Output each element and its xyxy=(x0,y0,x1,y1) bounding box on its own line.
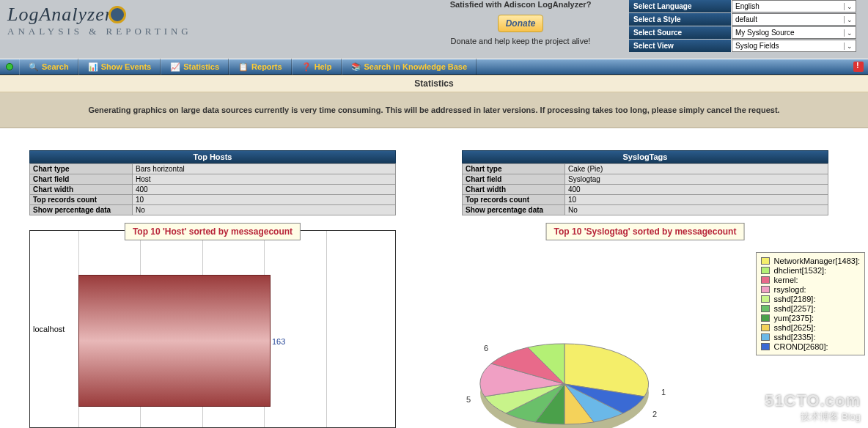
pie-label: 6 xyxy=(484,344,488,353)
table-row: Chart typeCake (Pie) xyxy=(463,164,828,174)
chevron-down-icon: ⌄ xyxy=(844,16,853,23)
pie-svg xyxy=(462,318,667,428)
donate-question: Satisfied with Adiscon LogAnalyzer? xyxy=(411,0,630,9)
legend-item: rsyslogd: xyxy=(761,285,860,294)
table-row: Chart typeBars horizontal xyxy=(30,164,396,174)
table-row: Chart width400 xyxy=(463,185,828,195)
select-view-label: Select View xyxy=(629,40,732,52)
bar-value-label: 163 xyxy=(272,337,285,346)
logo-area: LogAnalyzer ANALYSIS & REPORTING xyxy=(0,0,411,59)
legend-swatch xyxy=(761,305,770,312)
legend-item: yum[2375]: xyxy=(761,314,860,322)
table-row: Chart width400 xyxy=(30,185,396,195)
legend-item: sshd[2335]: xyxy=(761,333,860,342)
legend-swatch xyxy=(761,324,770,331)
events-icon: 📊 xyxy=(88,62,98,72)
legend-item: CROND[2680]: xyxy=(761,342,860,351)
logo-text: LogAnalyzer xyxy=(7,4,403,26)
menu-show-events[interactable]: 📊Show Events xyxy=(78,59,161,75)
menu-kb-search[interactable]: 📚Search in Knowledge Base xyxy=(342,59,477,75)
select-style[interactable]: default⌄ xyxy=(732,13,856,26)
legend-item: sshd[2625]: xyxy=(761,323,860,332)
table-row: Chart fieldSyslogtag xyxy=(463,174,828,185)
panel-top-hosts: Top Hosts Chart typeBars horizontal Char… xyxy=(29,150,396,428)
legend-item: sshd[2189]: xyxy=(761,295,860,303)
bar-category-label: localhost xyxy=(33,325,65,333)
logo-subtitle: ANALYSIS & REPORTING xyxy=(7,26,403,37)
menu-search[interactable]: 🔍Search xyxy=(19,59,78,75)
select-style-label: Select a Style xyxy=(629,13,732,26)
statistics-icon: 📈 xyxy=(170,62,180,72)
select-source[interactable]: My Syslog Source⌄ xyxy=(732,26,856,39)
meta-table-left: Chart typeBars horizontal Chart fieldHos… xyxy=(29,163,396,215)
search-icon: 🔍 xyxy=(29,62,39,72)
bar-rect xyxy=(78,275,271,407)
menu-statistics[interactable]: 📈Statistics xyxy=(161,59,229,75)
legend-swatch xyxy=(761,343,770,350)
table-row: Top records count10 xyxy=(30,195,396,205)
legend-swatch xyxy=(761,314,770,322)
select-language-label: Select Language xyxy=(629,0,732,12)
legend-swatch xyxy=(761,333,770,341)
bar-chart-box: Top 10 'Host' sorted by messagecount loc… xyxy=(29,215,396,428)
status-dot-icon xyxy=(6,63,13,70)
legend-swatch xyxy=(761,286,770,293)
meta-table-right: Chart typeCake (Pie) Chart fieldSyslogta… xyxy=(462,163,828,215)
page-title: Statistics xyxy=(0,75,868,92)
panel-title: Top Hosts xyxy=(29,150,396,163)
logo-accent-icon xyxy=(108,6,126,23)
select-view[interactable]: Syslog Fields⌄ xyxy=(732,40,856,52)
pie-label: 2 xyxy=(652,410,657,418)
legend-swatch xyxy=(761,257,770,265)
header: LogAnalyzer ANALYSIS & REPORTING Satisfi… xyxy=(0,0,868,59)
table-row: Top records count10 xyxy=(463,195,828,205)
legend-item: dhclient[1532]: xyxy=(761,266,860,275)
menu-help[interactable]: ❓Help xyxy=(292,59,342,75)
notice-text: Generating graphics on large data source… xyxy=(0,92,868,128)
pie-legend: NetworkManager[1483]: dhclient[1532]: ke… xyxy=(756,252,865,355)
legend-swatch xyxy=(761,267,770,274)
selects-area: Select LanguageEnglish⌄ Select a Stylede… xyxy=(629,0,864,53)
pie-label: 5 xyxy=(466,395,471,404)
chevron-down-icon: ⌄ xyxy=(844,29,853,37)
table-row: Show percentage dataNo xyxy=(463,205,828,215)
donate-help-text: Donate and help keep the project alive! xyxy=(411,37,630,45)
select-language[interactable]: English⌄ xyxy=(732,0,856,12)
panel-title: SyslogTags xyxy=(462,150,828,163)
chevron-down-icon: ⌄ xyxy=(844,3,853,10)
legend-swatch xyxy=(761,295,770,303)
table-row: Chart fieldHost xyxy=(30,174,396,185)
donate-button[interactable]: Donate xyxy=(498,15,544,32)
select-source-label: Select Source xyxy=(629,26,732,39)
pie-chart: 6 5 1 2 NetworkManager[1483]: dhclient[1… xyxy=(462,230,828,428)
legend-item: NetworkManager[1483]: xyxy=(761,257,860,265)
help-icon: ❓ xyxy=(301,62,312,72)
alert-icon[interactable] xyxy=(853,62,864,72)
bar-chart-caption: Top 10 'Host' sorted by messagecount xyxy=(125,223,301,240)
donate-area: Satisfied with Adiscon LogAnalyzer? Dona… xyxy=(411,0,630,59)
table-row: Show percentage dataNo xyxy=(30,205,396,215)
legend-item: sshd[2257]: xyxy=(761,304,860,313)
panel-syslogtags: SyslogTags Chart typeCake (Pie) Chart fi… xyxy=(462,150,828,428)
chevron-down-icon: ⌄ xyxy=(844,43,853,50)
pie-chart-box: Top 10 'Syslogtag' sorted by messagecoun… xyxy=(462,215,828,428)
reports-icon: 📋 xyxy=(238,62,249,72)
book-icon: 📚 xyxy=(351,62,361,72)
pie-label: 1 xyxy=(661,388,666,396)
pie-chart-caption: Top 10 'Syslogtag' sorted by messagecoun… xyxy=(546,223,745,240)
bar-chart: localhost 163 xyxy=(29,230,396,428)
menu-reports[interactable]: 📋Reports xyxy=(229,59,292,75)
legend-swatch xyxy=(761,276,770,284)
legend-item: kernel: xyxy=(761,276,860,284)
menubar: 🔍Search 📊Show Events 📈Statistics 📋Report… xyxy=(0,59,868,75)
content: Top Hosts Chart typeBars horizontal Char… xyxy=(0,128,868,428)
